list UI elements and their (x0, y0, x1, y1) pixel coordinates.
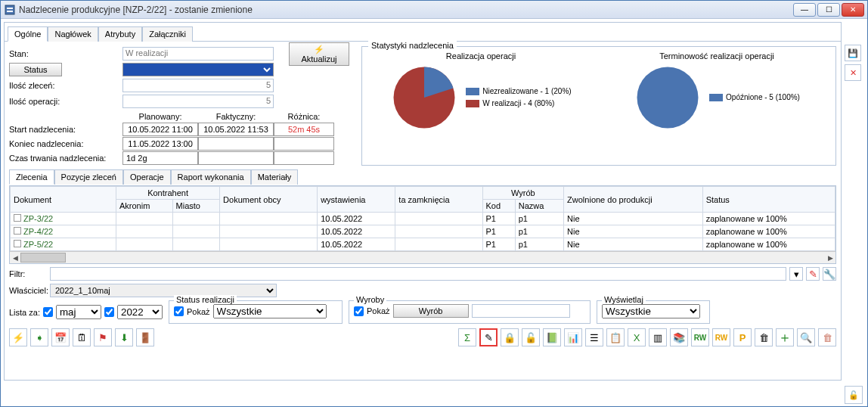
end-fact[interactable] (198, 137, 274, 151)
close-button[interactable]: ✕ (842, 3, 864, 17)
status-dropdown[interactable] (122, 63, 274, 76)
trash-icon[interactable]: 🗑 (818, 328, 836, 346)
lock-panel-icon[interactable]: 🔓 (845, 386, 863, 404)
door-icon[interactable]: 🚪 (136, 328, 154, 346)
minimize-button[interactable]: — (793, 3, 816, 17)
excel-icon[interactable]: X (628, 328, 646, 346)
diff-header: Różnica: (274, 112, 334, 121)
chart-icon[interactable]: 📊 (564, 328, 582, 346)
tab-atrybuty[interactable]: Atrybuty (98, 26, 142, 42)
col-status[interactable]: Status (702, 187, 835, 213)
tab-zalaczniki[interactable]: Załączniki (142, 26, 193, 42)
app-icon (4, 4, 16, 16)
table-row[interactable]: ZP-5/2210.05.2022P1p1Niezaplanowane w 10… (11, 238, 835, 251)
subtab-raport[interactable]: Raport wykonania (171, 169, 251, 185)
table-row[interactable]: ZP-4/2210.05.2022P1p1Niezaplanowane w 10… (11, 225, 835, 238)
col-nazwa[interactable]: Nazwa (515, 200, 563, 213)
scroll-thumb[interactable] (20, 253, 66, 263)
lightning-icon[interactable]: ⚡ (9, 328, 27, 346)
scroll-left-icon[interactable]: ◀ (10, 252, 20, 264)
lock-green-icon[interactable]: 🔒 (501, 328, 519, 346)
magnifier-icon[interactable]: 🔍 (797, 328, 815, 346)
duration-fact[interactable] (198, 151, 274, 165)
plan-icon[interactable]: 📅 (51, 328, 70, 346)
chart1-legend: Niezrealizowane - 1 (20%) W realizacji -… (466, 85, 571, 110)
plan-header: Planowany: (122, 112, 198, 121)
ilosc-zlecen-value: 5 (122, 79, 274, 92)
col-wyrob[interactable]: Wyrób (482, 187, 564, 200)
col-kod[interactable]: Kod (482, 200, 515, 213)
filter-input[interactable] (50, 267, 786, 281)
status-button[interactable]: Status (9, 63, 62, 76)
month-checkbox[interactable] (43, 307, 53, 317)
stats-legend: Statystyki nadzlecenia (368, 41, 457, 50)
wyroby-legend: Wyroby (354, 295, 386, 304)
wyrob-input[interactable] (472, 304, 570, 318)
filter-dropdown-icon[interactable]: ▾ (789, 267, 803, 281)
save-icon[interactable]: 💾 (845, 45, 861, 61)
filter-settings-icon[interactable]: 🔧 (823, 267, 836, 281)
statusreal-pokaz-checkbox[interactable] (174, 306, 184, 316)
end-plan[interactable] (122, 137, 198, 151)
arrow-right-icon[interactable]: ➧ (30, 328, 48, 346)
gantt-icon[interactable]: 📋 (606, 328, 625, 346)
list-color-icon[interactable]: ☰ (585, 328, 603, 346)
scroll-right-icon[interactable]: ▶ (825, 252, 835, 264)
filter-edit-icon[interactable]: ✎ (806, 267, 820, 281)
wyroby-pokaz-checkbox[interactable] (354, 306, 364, 316)
columns-icon[interactable]: ▥ (649, 328, 667, 346)
statusreal-legend: Status realizacji (174, 295, 237, 304)
start-fact[interactable] (198, 123, 274, 136)
year-checkbox[interactable] (104, 307, 114, 317)
statusreal-select[interactable]: Wszystkie (213, 304, 327, 318)
duration-plan[interactable] (122, 151, 198, 165)
owner-select[interactable]: 2022_1_10maj (50, 284, 277, 297)
wyswietlaj-select[interactable]: Wszystkie (602, 304, 700, 318)
grid-scrollbar[interactable]: ◀ ▶ (10, 251, 835, 263)
zlecenia-grid[interactable]: Dokument Kontrahent Dokument obcy wystaw… (10, 186, 835, 251)
subtab-pozycje[interactable]: Pozycje zleceń (54, 169, 123, 185)
start-plan[interactable] (122, 123, 198, 136)
subtab-operacje[interactable]: Operacje (123, 169, 171, 185)
sigma-icon[interactable]: Σ (458, 328, 476, 346)
col-kontrahent[interactable]: Kontrahent (116, 187, 220, 200)
wyrob-button[interactable]: Wyrób (393, 304, 469, 318)
books-icon[interactable]: 📚 (670, 328, 688, 346)
pie-chart-terminowosc (634, 64, 702, 132)
fact-header: Faktyczny: (198, 112, 274, 121)
doc-green-icon[interactable]: 📗 (543, 328, 561, 346)
chart2-title: Terminowość realizacji operacji (603, 51, 831, 61)
cancel-icon[interactable]: ✕ (845, 64, 861, 81)
flag-red-icon[interactable]: ⚑ (94, 328, 112, 346)
edit-highlighted-icon[interactable]: ✎ (479, 328, 498, 346)
rw-orange-icon[interactable]: RW (712, 328, 730, 346)
col-zamk[interactable]: ta zamknięcia (395, 187, 482, 213)
col-zwol[interactable]: Zwolnione do produkcji (564, 187, 703, 213)
tab-naglowek[interactable]: Nagłówek (48, 26, 98, 42)
svg-rect-0 (5, 5, 14, 14)
col-obcy[interactable]: Dokument obcy (220, 187, 318, 213)
calendar-icon[interactable]: 🗓 (73, 328, 91, 346)
col-akronim[interactable]: Akronim (116, 200, 173, 213)
p-icon[interactable]: P (733, 328, 752, 346)
rw-green-icon[interactable]: RW (691, 328, 709, 346)
plus-icon[interactable]: ＋ (776, 328, 794, 346)
chart2-legend: Opóźnione - 5 (100%) (709, 92, 800, 104)
maximize-button[interactable]: ☐ (817, 3, 840, 17)
trash-blue-icon[interactable]: 🗑 (755, 328, 773, 346)
aktualizuj-button[interactable]: ⚡ Aktualizuj (289, 42, 349, 66)
duration-diff (274, 151, 334, 165)
month-select[interactable]: maj (56, 305, 101, 319)
table-row[interactable]: ZP-3/2210.05.2022P1p1Niezaplanowane w 10… (11, 213, 835, 225)
window-title: Nadzlecenie produkcyjne [NZP-2/22] - zos… (19, 5, 793, 15)
year-select[interactable]: 2022 (117, 305, 163, 319)
col-wyst[interactable]: wystawienia (318, 187, 395, 213)
lock-open-icon[interactable]: 🔓 (522, 328, 540, 346)
tab-ogolne[interactable]: Ogólne (8, 26, 48, 42)
stats-group: Statystyki nadzlecenia Realizacja operac… (361, 46, 836, 166)
col-dokument[interactable]: Dokument (11, 187, 116, 213)
subtab-zlecenia[interactable]: Zlecenia (9, 169, 54, 185)
col-miasto[interactable]: Miasto (172, 200, 220, 213)
subtab-materialy[interactable]: Materiały (251, 169, 299, 185)
export-icon[interactable]: ⬇ (115, 328, 133, 346)
